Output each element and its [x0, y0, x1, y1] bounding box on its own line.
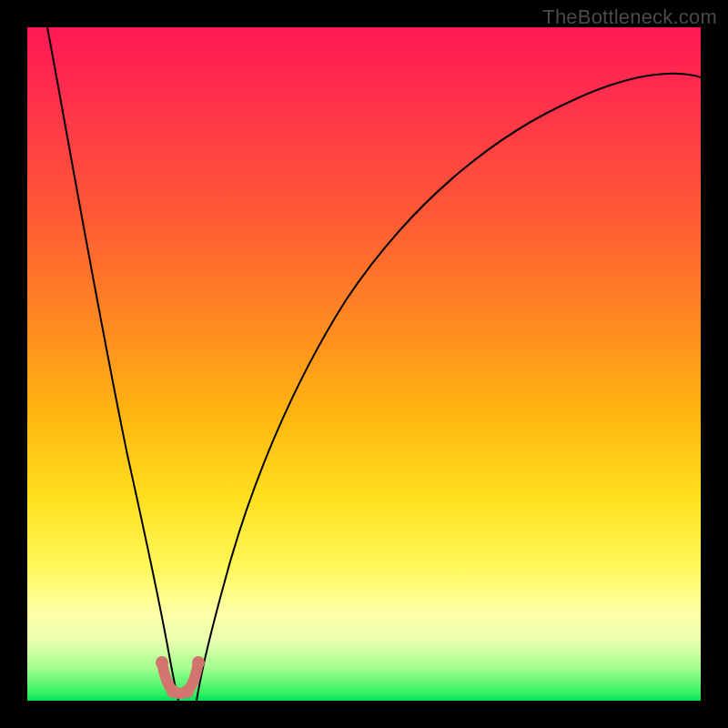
highlight-dot-right — [192, 656, 205, 669]
watermark-text: TheBottleneck.com — [542, 5, 717, 29]
highlight-dot-bottom-left — [167, 685, 179, 698]
highlight-dot-left — [156, 656, 168, 669]
chart-svg — [27, 27, 701, 701]
curve-right-branch — [197, 74, 701, 701]
curve-left-branch — [47, 27, 178, 701]
highlight-dot-bottom-right — [181, 685, 194, 698]
chart-plot-area — [27, 27, 701, 701]
